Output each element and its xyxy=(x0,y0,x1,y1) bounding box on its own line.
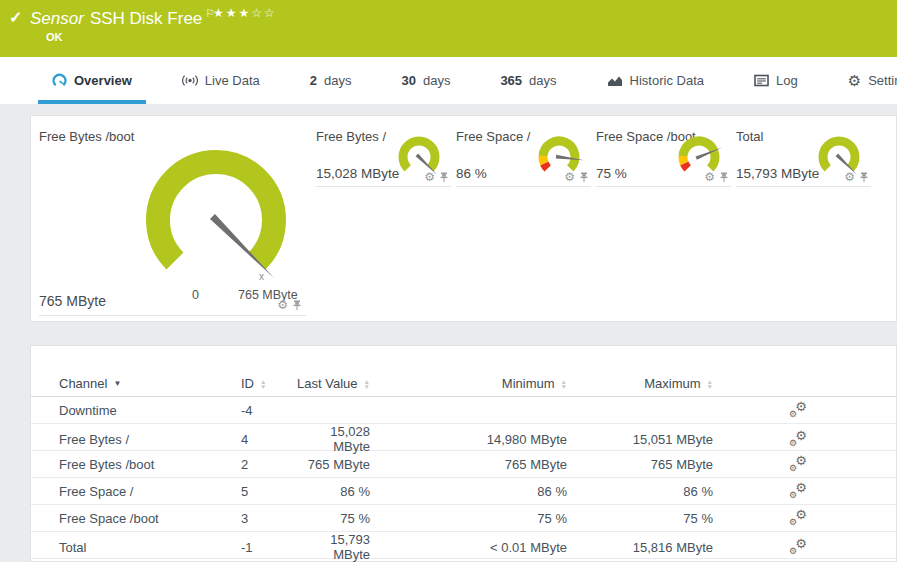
table-header-row: Channel ▼ ID ▲▼ Last Value ▲▼ Minimum ▲▼… xyxy=(31,371,896,397)
gear-icon[interactable]: ⚙ xyxy=(564,171,575,183)
channel-title: Free Bytes /boot xyxy=(39,129,134,144)
gear-icon[interactable]: ⚙ xyxy=(277,299,288,311)
channel-title: Free Bytes / xyxy=(316,129,386,144)
gauge-cell-actions: ⚙ xyxy=(424,171,449,183)
channel-id: 3 xyxy=(241,511,301,526)
channel-title: Total xyxy=(736,129,763,144)
column-label: Maximum xyxy=(644,376,700,391)
pin-icon[interactable] xyxy=(579,172,589,183)
tab-label: days xyxy=(423,73,450,88)
channel-settings-gears-icon[interactable]: ⚙⚙ xyxy=(789,431,807,447)
tab-label: Log xyxy=(776,73,798,88)
main-gauge[interactable] xyxy=(131,142,303,292)
column-label: Minimum xyxy=(502,376,555,391)
tab-live-data[interactable]: Live Data xyxy=(168,57,274,104)
page-title: SensorSSH Disk Free⚐ xyxy=(30,7,215,29)
pin-icon[interactable] xyxy=(719,172,729,183)
channel-name: Free Bytes / xyxy=(59,432,241,447)
tab-label: days xyxy=(324,73,351,88)
maximum-value: 86 % xyxy=(567,484,713,499)
channel-current-value: 15,028 MByte xyxy=(316,166,399,181)
channel-name: Downtime xyxy=(59,403,241,418)
column-header-last-value[interactable]: Last Value ▲▼ xyxy=(301,376,370,391)
channel-id: 2 xyxy=(241,457,301,472)
tab-label: Overview xyxy=(74,73,132,88)
table-row-free-space-root: Free Space / 5 86 % 86 % 86 % ⚙⚙ xyxy=(31,478,896,505)
gauge-cell-free-space-boot: Free Space /boot 75 % ⚙ xyxy=(596,116,731,187)
maximum-value: 75 % xyxy=(567,511,713,526)
channel-name: Free Bytes /boot xyxy=(59,457,241,472)
channel-current-value: 86 % xyxy=(456,166,487,181)
channel-current-value: 765 MByte xyxy=(39,293,106,309)
column-label: Channel xyxy=(59,376,107,391)
log-list-icon xyxy=(754,74,769,87)
tab-number: 365 xyxy=(500,73,522,88)
sensor-tab-bar: Overview Live Data 2 days 30 days 365 da… xyxy=(0,57,897,104)
sort-both-icon: ▲▼ xyxy=(260,379,266,389)
tab-label: Historic Data xyxy=(630,73,704,88)
column-label: ID xyxy=(241,376,254,391)
column-header-maximum[interactable]: Maximum ▲▼ xyxy=(567,376,713,391)
channel-settings-gears-icon[interactable]: ⚙⚙ xyxy=(789,402,807,418)
historic-chart-icon xyxy=(607,74,623,87)
tab-label: Settings xyxy=(868,73,897,88)
channel-title: Free Space / xyxy=(456,129,530,144)
pin-icon[interactable] xyxy=(292,300,302,311)
channel-name: Free Space / xyxy=(59,484,241,499)
table-row-total: Total -1 15,793 MByte < 0.01 MByte 15,81… xyxy=(31,532,896,559)
minimum-value: < 0.01 MByte xyxy=(370,540,567,555)
gauge-cell-free-bytes-boot: Free Bytes /boot 0 765 MByte x 765 MByte… xyxy=(39,116,306,316)
sort-both-icon: ▲▼ xyxy=(707,379,713,389)
tab-2-days[interactable]: 2 days xyxy=(296,57,366,104)
channel-current-value: 15,793 MByte xyxy=(736,166,819,181)
tab-number: 30 xyxy=(401,73,415,88)
maximum-value: 15,816 MByte xyxy=(567,540,713,555)
gauge-cell-total: Total 15,793 MByte ⚙ xyxy=(736,116,871,187)
gear-icon[interactable]: ⚙ xyxy=(704,171,715,183)
tab-label: Live Data xyxy=(205,73,260,88)
last-value: 15,028 MByte xyxy=(301,424,370,454)
minimum-value: 86 % xyxy=(370,484,567,499)
column-header-channel[interactable]: Channel ▼ xyxy=(59,376,241,391)
column-header-minimum[interactable]: Minimum ▲▼ xyxy=(370,376,567,391)
channel-id: -1 xyxy=(241,540,301,555)
maximum-value: 765 MByte xyxy=(567,457,713,472)
table-row-downtime: Downtime -4 ⚙⚙ xyxy=(31,397,896,424)
priority-star-rating[interactable]: ★★★☆☆ xyxy=(213,6,277,20)
gauge-cell-actions: ⚙ xyxy=(277,299,302,311)
column-header-id[interactable]: ID ▲▼ xyxy=(241,376,301,391)
minimum-value: 75 % xyxy=(370,511,567,526)
status-badge: OK xyxy=(46,31,63,43)
table-row-free-bytes-boot: Free Bytes /boot 2 765 MByte 765 MByte 7… xyxy=(31,451,896,478)
gauge-cell-free-space-root: Free Space / 86 % ⚙ xyxy=(456,116,591,187)
gear-icon[interactable]: ⚙ xyxy=(844,171,855,183)
channel-settings-gears-icon[interactable]: ⚙⚙ xyxy=(789,456,807,472)
tab-overview[interactable]: Overview xyxy=(38,57,146,104)
pin-icon[interactable] xyxy=(859,172,869,183)
table-row-free-space-boot: Free Space /boot 3 75 % 75 % 75 % ⚙⚙ xyxy=(31,505,896,532)
last-value: 15,793 MByte xyxy=(301,532,370,562)
sort-desc-icon: ▼ xyxy=(113,379,121,388)
gauge-cell-actions: ⚙ xyxy=(564,171,589,183)
live-broadcast-icon xyxy=(182,74,198,87)
channel-id: 5 xyxy=(241,484,301,499)
gauge-scale-min: 0 xyxy=(192,288,199,302)
tab-historic-data[interactable]: Historic Data xyxy=(593,57,718,104)
overview-gauges-panel: Free Bytes /boot 0 765 MByte x 765 MByte… xyxy=(30,115,897,322)
tab-settings[interactable]: ⚙ Settings xyxy=(834,57,897,104)
channel-current-value: 75 % xyxy=(596,166,627,181)
minimum-value: 14,980 MByte xyxy=(370,432,567,447)
minimum-value: 765 MByte xyxy=(370,457,567,472)
channel-settings-gears-icon[interactable]: ⚙⚙ xyxy=(789,539,807,555)
channel-settings-gears-icon[interactable]: ⚙⚙ xyxy=(789,510,807,526)
channel-settings-gears-icon[interactable]: ⚙⚙ xyxy=(789,483,807,499)
channel-name: Free Space /boot xyxy=(59,511,241,526)
pin-icon[interactable] xyxy=(439,172,449,183)
gear-icon: ⚙ xyxy=(848,73,861,88)
tab-log[interactable]: Log xyxy=(740,57,812,104)
column-label: Last Value xyxy=(297,376,357,391)
tab-30-days[interactable]: 30 days xyxy=(387,57,464,104)
gear-icon[interactable]: ⚙ xyxy=(424,171,435,183)
tab-365-days[interactable]: 365 days xyxy=(486,57,570,104)
tab-number: 2 xyxy=(310,73,317,88)
